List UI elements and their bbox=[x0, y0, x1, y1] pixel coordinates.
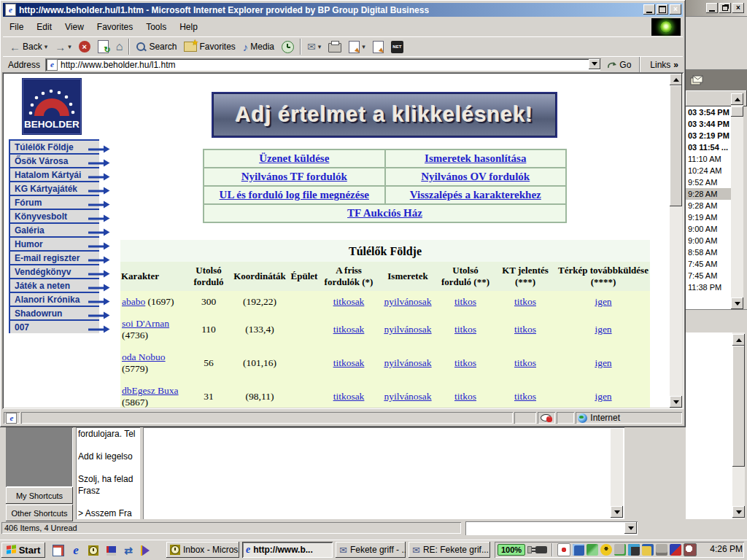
nav-item-shadowrun[interactable]: Shadowrun bbox=[9, 306, 99, 319]
titkos-link[interactable]: titkos bbox=[454, 357, 476, 369]
list-item[interactable]: 9:00 AM bbox=[686, 223, 731, 235]
igen-link[interactable]: igen bbox=[595, 324, 611, 335]
address-input[interactable]: e http://www.beholder.hu/l1.htm bbox=[45, 58, 601, 71]
list-item[interactable]: 03 3:44 PM bbox=[686, 118, 731, 130]
tray-messenger-icon[interactable] bbox=[600, 544, 612, 556]
nav-item-kg-kartyajatek[interactable]: KG Kártyajáték bbox=[9, 181, 99, 195]
list-item[interactable]: 9:28 AM bbox=[686, 200, 731, 211]
outlook-restore-button[interactable] bbox=[719, 3, 731, 13]
tray-pen-icon[interactable] bbox=[670, 544, 681, 556]
titkos-link[interactable]: titkos bbox=[514, 357, 536, 369]
power-plug-icon[interactable] bbox=[535, 546, 547, 553]
nav-item-tulelok-foldje[interactable]: Túlélők Földje bbox=[9, 139, 99, 153]
task-button-beholder[interactable]: ehttp://www.b... bbox=[242, 542, 333, 558]
list-item[interactable]: 7:45 AM bbox=[686, 270, 731, 281]
tray-window-icon[interactable] bbox=[642, 544, 654, 556]
mail-dropdown-icon[interactable]: ▾ bbox=[318, 43, 322, 50]
ie-maximize-button[interactable] bbox=[657, 4, 668, 15]
go-button[interactable]: Go bbox=[601, 58, 637, 72]
tray-clover-icon[interactable] bbox=[557, 543, 570, 556]
tray-display-icon[interactable] bbox=[573, 544, 584, 556]
tray-pcmcia-icon[interactable] bbox=[587, 544, 598, 556]
nav-item-email-regiszter[interactable]: E-mail regiszter bbox=[9, 250, 99, 264]
list-item[interactable]: 9:19 AM bbox=[686, 211, 731, 223]
ql-outlook-icon[interactable] bbox=[86, 543, 101, 558]
menu-help[interactable]: Help bbox=[173, 20, 204, 34]
character-link[interactable]: oda Nobuo bbox=[122, 351, 166, 362]
list-item[interactable]: 11:10 AM bbox=[686, 153, 731, 165]
ql-sync-icon[interactable]: ⇄ bbox=[121, 543, 136, 558]
back-dropdown-icon[interactable]: ▾ bbox=[44, 43, 48, 50]
ie-close-button[interactable]: × bbox=[670, 4, 681, 15]
ie-scrollbar[interactable] bbox=[670, 74, 682, 408]
link-nyilvanos-ov-fordulok[interactable]: Nyilvános OV fordulók bbox=[421, 171, 530, 182]
ie-minimize-button[interactable] bbox=[643, 4, 655, 15]
refresh-button[interactable]: ↻ bbox=[94, 39, 112, 55]
print-button[interactable] bbox=[325, 39, 345, 55]
forward-dropdown-icon[interactable]: ▾ bbox=[68, 43, 71, 50]
titkos-link[interactable]: titkos bbox=[454, 324, 476, 335]
banner[interactable]: Adj értelmet a klikkelésnek! bbox=[212, 92, 557, 138]
ql-internet-explorer-icon[interactable]: e bbox=[69, 543, 83, 558]
titkos-link[interactable]: titkos bbox=[454, 296, 476, 308]
task-button-re-fekete-griff[interactable]: ✉RE: Fekete grif... bbox=[409, 542, 490, 558]
menu-tools[interactable]: Tools bbox=[139, 20, 173, 34]
titkos-link[interactable]: titkos bbox=[454, 391, 476, 402]
titkos-link[interactable]: titkos bbox=[514, 324, 536, 335]
outlook-minimize-button[interactable] bbox=[706, 3, 718, 13]
search-button[interactable]: Search bbox=[132, 39, 180, 55]
forward-button[interactable]: → ▾ bbox=[51, 39, 75, 55]
outlook-list-scrollbar[interactable] bbox=[731, 105, 743, 309]
privacy-report-pane[interactable] bbox=[538, 412, 555, 424]
home-button[interactable]: ⌂ bbox=[112, 39, 127, 55]
other-shortcuts-button[interactable]: Other Shortcuts bbox=[6, 505, 73, 521]
chevron-icon[interactable]: » bbox=[673, 60, 678, 70]
nav-item-hatalom-kartyai[interactable]: Hatalom Kártyái bbox=[9, 167, 99, 181]
task-button-inbox[interactable]: Inbox - Micros... bbox=[166, 542, 239, 558]
background-scroll-down[interactable] bbox=[624, 522, 637, 534]
taskbar-clock[interactable]: 4:26 PM bbox=[710, 544, 743, 554]
list-item[interactable]: 7:45 AM bbox=[686, 258, 731, 270]
my-shortcuts-button[interactable]: My Shortcuts bbox=[6, 487, 73, 504]
character-link[interactable]: ababo bbox=[122, 296, 145, 307]
nyilvanosak-link[interactable]: nyilvánosak bbox=[384, 296, 431, 308]
history-button[interactable] bbox=[278, 39, 298, 55]
ql-media-player-icon[interactable] bbox=[139, 543, 153, 558]
titkos-link[interactable]: titkos bbox=[514, 391, 536, 402]
link-visszalepes[interactable]: Visszalépés a karakterekhez bbox=[410, 189, 541, 201]
igen-link[interactable]: igen bbox=[595, 357, 611, 369]
nav-item-galeria[interactable]: Galéria bbox=[9, 222, 99, 236]
titkosak-link[interactable]: titkosak bbox=[333, 296, 365, 308]
nav-item-jatek-a-neten[interactable]: Játék a neten bbox=[9, 278, 99, 292]
list-item[interactable]: 8:58 AM bbox=[686, 246, 731, 258]
outlook-reading-scrollbar[interactable] bbox=[732, 332, 745, 519]
edit-button[interactable]: ▾ bbox=[345, 39, 369, 55]
list-item[interactable]: 9:00 AM bbox=[686, 235, 731, 246]
media-button[interactable]: ♪Media bbox=[239, 39, 278, 55]
battery-indicator[interactable]: 100% bbox=[498, 544, 525, 556]
menu-file[interactable]: File bbox=[3, 20, 30, 34]
nav-item-humor[interactable]: Humor bbox=[9, 236, 99, 250]
back-button[interactable]: ← Back ▾ bbox=[6, 39, 51, 55]
menu-view[interactable]: View bbox=[58, 20, 90, 34]
menu-edit[interactable]: Edit bbox=[30, 20, 58, 34]
stop-button[interactable]: × bbox=[75, 39, 94, 55]
titkosak-link[interactable]: titkosak bbox=[333, 357, 365, 369]
ie-scroll-up[interactable] bbox=[670, 74, 682, 85]
link-nyilvanos-tf-fordulok[interactable]: Nyilvános TF fordulók bbox=[241, 171, 347, 182]
igen-link[interactable]: igen bbox=[595, 296, 611, 308]
nav-item-alanori-kronika[interactable]: Alanori Krónika bbox=[9, 292, 99, 306]
nyilvanosak-link[interactable]: nyilvánosak bbox=[384, 357, 431, 369]
list-item[interactable]: 03 11:54 ... bbox=[686, 141, 731, 153]
mail-button[interactable]: ✉▾ bbox=[303, 39, 325, 55]
reading-pane-scroll-down[interactable] bbox=[611, 506, 623, 518]
outlook-close-button[interactable]: × bbox=[732, 3, 744, 13]
links-toolbar[interactable]: Links » bbox=[646, 60, 683, 70]
beholder-logo[interactable]: BEHOLDER bbox=[22, 78, 82, 135]
link-uzenet-kuldese[interactable]: Üzenet küldése bbox=[259, 152, 329, 164]
ql-show-desktop-icon[interactable] bbox=[51, 543, 66, 558]
reading-pane-scrollbar[interactable] bbox=[611, 429, 623, 518]
favorites-button[interactable]: ★Favorites bbox=[180, 39, 239, 55]
tray-magnifier-icon[interactable] bbox=[684, 543, 697, 556]
outlook-list-scroll-down[interactable] bbox=[731, 298, 743, 309]
